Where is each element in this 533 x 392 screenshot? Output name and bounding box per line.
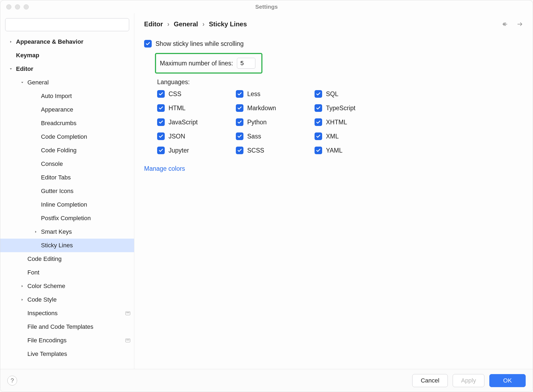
- language-checkbox[interactable]: [157, 147, 165, 154]
- tree-item-label: Gutter Icons: [41, 188, 130, 195]
- chevron-right-icon: ›: [167, 20, 169, 28]
- chevron-right-icon[interactable]: [33, 229, 38, 234]
- tree-item[interactable]: Color Scheme: [0, 279, 134, 293]
- tree-item[interactable]: Live Templates: [0, 347, 134, 361]
- language-label: Python: [247, 119, 267, 126]
- tree-item-label: Postfix Completion: [41, 215, 130, 222]
- tree-item[interactable]: Code Editing: [0, 252, 134, 266]
- language-label: TypeScript: [326, 105, 356, 112]
- zoom-window-button[interactable]: [24, 4, 29, 10]
- tree-item[interactable]: Breadcrumbs: [0, 116, 134, 130]
- language-checkbox[interactable]: [315, 118, 322, 126]
- settings-window: Settings ▾ Appearance & BehaviorKeymapEd…: [0, 0, 533, 392]
- language-checkbox[interactable]: [157, 104, 165, 112]
- language-label: SCSS: [247, 147, 264, 154]
- tree-item[interactable]: Appearance: [0, 103, 134, 116]
- tree-item[interactable]: Postfix Completion: [0, 211, 134, 225]
- tree-item-label: Appearance: [41, 106, 130, 113]
- breadcrumb: Editor › General › Sticky Lines: [144, 20, 523, 28]
- tree-item[interactable]: Smart Keys: [0, 225, 134, 239]
- language-checkbox[interactable]: [236, 118, 243, 126]
- language-item: XHTML: [315, 118, 393, 126]
- show-sticky-label: Show sticky lines while scrolling: [156, 40, 244, 48]
- languages-grid: CSSLessSQLHTMLMarkdownTypeScriptJavaScri…: [157, 90, 523, 154]
- nav-back-button[interactable]: [502, 21, 508, 27]
- language-item: Sass: [236, 132, 315, 140]
- settings-tree: Appearance & BehaviorKeymapEditorGeneral…: [0, 35, 134, 361]
- max-lines-input[interactable]: [237, 58, 255, 69]
- apply-button[interactable]: Apply: [453, 374, 484, 387]
- language-checkbox[interactable]: [157, 132, 165, 140]
- tree-item-label: Code Style: [27, 296, 130, 303]
- chevron-right-icon[interactable]: [20, 297, 25, 302]
- language-label: HTML: [169, 105, 186, 112]
- language-checkbox[interactable]: [236, 132, 243, 140]
- tree-item[interactable]: Sticky Lines: [0, 239, 134, 252]
- tree-item[interactable]: Inspections: [0, 306, 134, 320]
- tree-item-label: Breadcrumbs: [41, 120, 130, 127]
- cancel-button[interactable]: Cancel: [412, 374, 448, 387]
- tree-item-label: Code Folding: [41, 147, 130, 154]
- tree-item[interactable]: Auto Import: [0, 89, 134, 103]
- tree-item-label: Appearance & Behavior: [16, 38, 130, 45]
- tree-item[interactable]: Code Folding: [0, 144, 134, 157]
- show-sticky-checkbox[interactable]: [144, 40, 152, 48]
- tree-item[interactable]: General: [0, 76, 134, 89]
- language-item: TypeScript: [315, 104, 393, 112]
- tree-item-label: Inline Completion: [41, 201, 130, 208]
- tree-item-label: Inspections: [27, 310, 123, 317]
- breadcrumb-item[interactable]: Editor: [144, 20, 163, 28]
- language-item: YAML: [315, 147, 393, 154]
- nav-forward-button[interactable]: [516, 21, 523, 27]
- tree-item-label: File and Code Templates: [27, 323, 130, 330]
- language-item: Markdown: [236, 104, 315, 112]
- ok-button[interactable]: OK: [489, 374, 526, 387]
- language-checkbox[interactable]: [315, 132, 322, 140]
- language-item: SQL: [315, 90, 393, 98]
- tree-item[interactable]: Code Style: [0, 293, 134, 306]
- manage-colors-link[interactable]: Manage colors: [144, 165, 185, 172]
- tree-item[interactable]: Editor Tabs: [0, 171, 134, 184]
- chevron-down-icon[interactable]: [20, 80, 25, 85]
- language-checkbox[interactable]: [236, 147, 243, 154]
- close-window-button[interactable]: [6, 4, 11, 10]
- tree-item[interactable]: Keymap: [0, 49, 134, 62]
- languages-label: Languages:: [157, 78, 523, 86]
- language-item: Less: [236, 90, 315, 98]
- language-checkbox[interactable]: [315, 90, 322, 98]
- minimize-window-button[interactable]: [15, 4, 20, 10]
- language-checkbox[interactable]: [236, 90, 243, 98]
- tree-item-label: Editor: [16, 65, 130, 72]
- language-label: Jupyter: [169, 147, 189, 154]
- search-input[interactable]: [5, 18, 129, 31]
- chevron-right-icon[interactable]: [8, 39, 13, 44]
- language-label: SQL: [326, 90, 338, 98]
- language-checkbox[interactable]: [157, 90, 165, 98]
- tree-item[interactable]: File Encodings: [0, 334, 134, 347]
- tree-item[interactable]: Code Completion: [0, 130, 134, 144]
- breadcrumb-item[interactable]: General: [174, 20, 198, 28]
- language-label: JavaScript: [169, 119, 198, 126]
- tree-item[interactable]: Inline Completion: [0, 198, 134, 211]
- tree-item[interactable]: File and Code Templates: [0, 320, 134, 334]
- tree-item[interactable]: Appearance & Behavior: [0, 35, 134, 49]
- tree-item[interactable]: Editor: [0, 62, 134, 76]
- language-checkbox[interactable]: [236, 104, 243, 112]
- titlebar: Settings: [0, 0, 533, 13]
- language-label: Markdown: [247, 105, 276, 112]
- tree-item[interactable]: Gutter Icons: [0, 184, 134, 198]
- chevron-down-icon[interactable]: [8, 67, 13, 71]
- language-checkbox[interactable]: [315, 104, 322, 112]
- tree-item[interactable]: Font: [0, 266, 134, 279]
- language-checkbox[interactable]: [315, 147, 322, 154]
- tree-item[interactable]: Console: [0, 157, 134, 171]
- tree-item-label: Auto Import: [41, 93, 130, 100]
- project-scope-icon: [125, 339, 130, 342]
- language-item: XML: [315, 132, 393, 140]
- chevron-right-icon[interactable]: [20, 284, 25, 289]
- tree-item-label: Code Completion: [41, 133, 130, 140]
- language-checkbox[interactable]: [157, 118, 165, 126]
- language-label: XHTML: [326, 119, 347, 126]
- tree-item-label: File Encodings: [27, 337, 123, 344]
- help-button[interactable]: ?: [7, 376, 17, 385]
